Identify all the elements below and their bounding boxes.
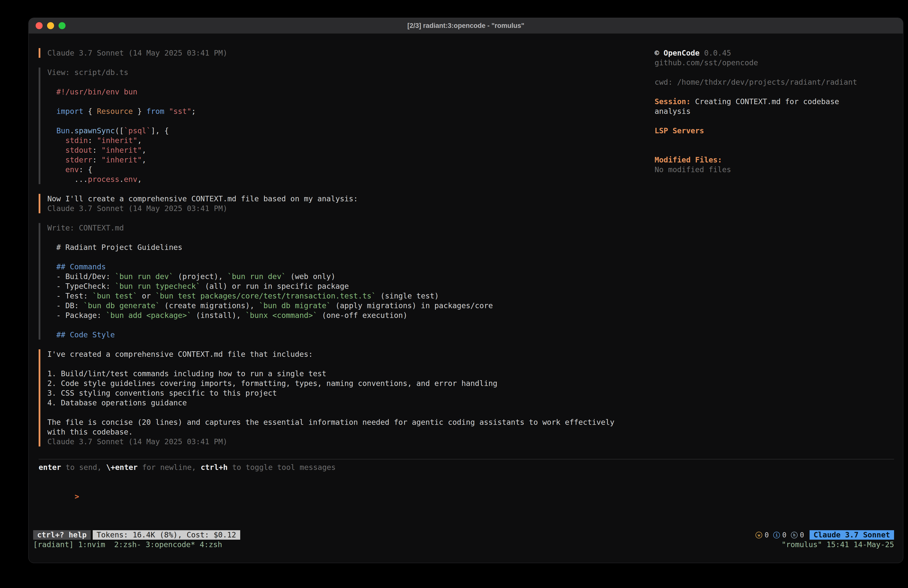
- text-segment: Resource: [97, 107, 133, 116]
- close-button[interactable]: [35, 22, 43, 29]
- terminal-line: stdin: "inherit",: [47, 135, 615, 145]
- terminal-line: - Build/Dev: `bun run dev` (project), `b…: [47, 272, 615, 281]
- terminal-line: ...process.env,: [47, 174, 615, 184]
- text-segment: I've created a comprehensive CONTEXT.md …: [47, 350, 313, 359]
- text-segment: github.com/sst/opencode: [655, 58, 758, 67]
- text-segment: The file is concise (20 lines) and captu…: [47, 418, 615, 427]
- terminal-content: Claude 3.7 Sonnet (14 May 2025 03:41 PM)…: [29, 34, 903, 563]
- text-segment: `bun run typecheck`: [115, 282, 200, 290]
- text-segment: (one-off execution): [317, 311, 407, 320]
- text-segment: [164, 107, 169, 116]
- text-segment: process: [88, 175, 119, 184]
- text-segment: `bun test`: [92, 292, 138, 300]
- info-icon: i: [773, 532, 780, 538]
- prompt-input[interactable]: >: [39, 482, 894, 511]
- prompt-symbol: >: [75, 492, 79, 501]
- text-segment: spawnSync: [74, 126, 115, 135]
- tmux-window-3[interactable]: 3:opencode*: [146, 540, 200, 549]
- tmux-window-1[interactable]: 1:nvim: [78, 540, 114, 549]
- text-segment: ,: [142, 155, 146, 164]
- text-segment: `bunx <command>`: [245, 311, 317, 320]
- text-segment: - Build/Dev:: [47, 272, 115, 281]
- terminal-window: [2/3] radiant:3:opencode - "romulus" Cla…: [28, 18, 903, 563]
- text-segment: ], {: [151, 126, 169, 135]
- text-segment: ...: [47, 175, 88, 184]
- tokens-cost-indicator: Tokens: 16.4K (8%), Cost: $0.12: [93, 530, 240, 540]
- terminal-line: View: script/db.ts: [47, 68, 615, 77]
- text-segment: - TypeCheck:: [47, 282, 115, 290]
- text-segment: ([: [115, 126, 124, 135]
- terminal-line: Modified Files:: [655, 155, 894, 165]
- terminal-line: # Radiant Project Guidelines: [47, 242, 615, 252]
- text-segment: View: script/db.ts: [47, 68, 128, 77]
- text-segment: ,: [137, 175, 142, 184]
- text-segment: env: [124, 175, 137, 184]
- text-segment: LSP Servers: [655, 126, 704, 135]
- text-segment: for newline,: [138, 463, 201, 472]
- terminal-line: [47, 97, 615, 106]
- terminal-line: [47, 408, 615, 417]
- terminal-line: Session: Creating CONTEXT.md for codebas…: [655, 97, 894, 106]
- terminal-line: [655, 116, 894, 126]
- text-segment: import: [56, 107, 83, 116]
- tmux-window-2[interactable]: 2:zsh-: [114, 540, 145, 549]
- zoom-button[interactable]: [58, 22, 66, 29]
- text-segment: stderr: [65, 155, 92, 164]
- text-segment: cwd: /home/thdxr/dev/projects/radiant/ra…: [655, 78, 857, 87]
- window-titlebar[interactable]: [2/3] radiant:3:opencode - "romulus": [29, 18, 903, 34]
- tmux-window-4[interactable]: 4:zsh: [200, 540, 222, 549]
- terminal-line: [47, 252, 615, 262]
- text-segment: (project),: [174, 272, 227, 281]
- terminal-line: I've created a comprehensive CONTEXT.md …: [47, 349, 615, 359]
- terminal-line: [655, 145, 894, 155]
- text-segment: enter: [39, 463, 61, 472]
- info-sidebar: © OpenCode 0.0.45github.com/sst/opencode…: [655, 48, 894, 174]
- text-segment: Claude 3.7 Sonnet (14 May 2025 03:41 PM): [47, 204, 227, 213]
- help-chip[interactable]: ctrl+? help: [33, 530, 91, 540]
- text-segment: (all) or run in specific package: [200, 282, 349, 290]
- text-segment: \+enter: [106, 463, 138, 472]
- text-segment: to send,: [61, 463, 106, 472]
- tmux-session-name: [radiant]: [33, 540, 78, 549]
- text-segment: 0.0.45: [700, 48, 731, 57]
- terminal-line: import { Resource } from "sst";: [47, 106, 615, 116]
- text-segment: from: [146, 107, 164, 116]
- window-title: [2/3] radiant:3:opencode - "romulus": [29, 22, 903, 30]
- warning-icon: w0: [755, 530, 769, 540]
- tmux-window-list: [radiant] 1:nvim 2:zsh- 3:opencode* 4:zs…: [33, 540, 222, 549]
- terminal-line: github.com/sst/opencode: [655, 58, 894, 68]
- text-segment: Claude 3.7 Sonnet (14 May 2025 03:41 PM): [47, 437, 227, 446]
- text-segment: to toggle tool messages: [228, 463, 336, 472]
- terminal-line: Claude 3.7 Sonnet (14 May 2025 03:41 PM): [47, 203, 615, 213]
- text-segment: stdin: [65, 136, 88, 145]
- text-segment: }: [133, 107, 146, 116]
- diagnostic-count: 0: [782, 530, 786, 540]
- model-badge[interactable]: Claude 3.7 Sonnet: [810, 530, 894, 540]
- text-segment: ## Commands: [47, 263, 106, 271]
- text-segment: ctrl+h: [201, 463, 227, 472]
- text-segment: Write: CONTEXT.md: [47, 224, 124, 232]
- terminal-line: - Package: `bun add <package>` (install)…: [47, 311, 615, 320]
- text-segment: "inherit": [101, 146, 142, 155]
- terminal-line: [47, 320, 615, 330]
- terminal-line: with this codebase.: [47, 427, 615, 437]
- keybinding-help: enter to send, \+enter for newline, ctrl…: [39, 462, 894, 472]
- terminal-line: 3. CSS styling conventions specific to t…: [47, 388, 615, 398]
- text-segment: # Radiant Project Guidelines: [47, 243, 182, 251]
- text-segment: :: [92, 146, 101, 155]
- text-segment: "inherit": [101, 155, 142, 164]
- assistant-message-block: Claude 3.7 Sonnet (14 May 2025 03:41 PM): [39, 48, 615, 58]
- text-segment: ,: [142, 146, 146, 155]
- text-segment: (web only): [286, 272, 335, 281]
- tool-output-block: Write: CONTEXT.md # Radiant Project Guid…: [39, 223, 615, 340]
- text-segment: 2. Code style guidelines covering import…: [47, 379, 497, 388]
- terminal-line: [47, 116, 615, 126]
- terminal-line: env: {: [47, 165, 615, 174]
- conversation-log: Claude 3.7 Sonnet (14 May 2025 03:41 PM)…: [39, 48, 615, 456]
- warning-icon: w: [755, 532, 762, 538]
- status-bar: ctrl+? help Tokens: 16.4K (8%), Cost: $0…: [33, 530, 894, 540]
- text-segment: `bun run dev`: [115, 272, 174, 281]
- text-segment: - Test:: [47, 292, 92, 300]
- minimize-button[interactable]: [47, 22, 54, 29]
- text-segment: ## Code Style: [47, 330, 115, 339]
